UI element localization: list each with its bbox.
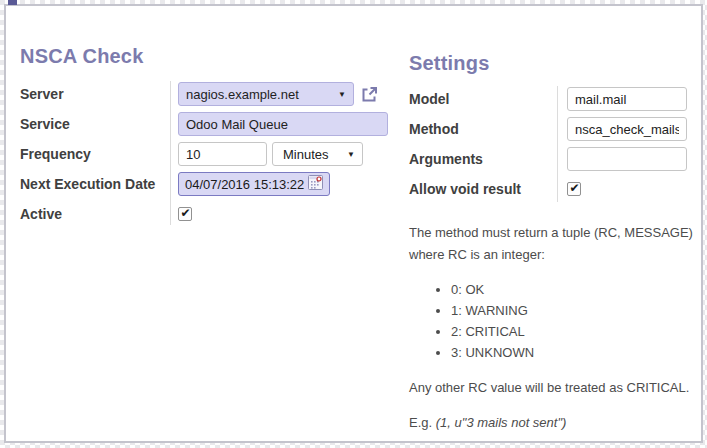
server-row: Server nagios.example.net ▼: [20, 79, 392, 109]
next-execution-row: Next Execution Date 04/07/2016 15:13:22: [20, 169, 392, 199]
model-label: Model: [409, 91, 557, 107]
external-link-icon[interactable]: [360, 85, 379, 104]
rc-list: 0: OK 1: WARNING 2: CRITICAL 3: UNKNOWN: [409, 279, 697, 363]
server-value: nagios.example.net: [186, 87, 299, 102]
next-execution-date-input[interactable]: 04/07/2016 15:13:22: [178, 172, 330, 196]
active-row: Active ✔: [20, 199, 392, 229]
server-select[interactable]: nagios.example.net ▼: [178, 82, 354, 106]
settings-fields: Model Method Arguments Allow void result…: [409, 84, 697, 204]
label-field-divider: [170, 81, 171, 225]
help-other: Any other RC value will be treated as CR…: [409, 377, 697, 399]
method-input[interactable]: [567, 117, 687, 141]
nsca-check-fields: Server nagios.example.net ▼ Service: [20, 79, 392, 229]
frequency-unit-value: Minutes: [283, 147, 329, 162]
next-execution-label: Next Execution Date: [20, 176, 170, 192]
settings-section: Settings Model Method Arguments Allow vo…: [409, 52, 697, 447]
method-label: Method: [409, 121, 557, 137]
frequency-label: Frequency: [20, 146, 170, 162]
chevron-down-icon: ▼: [347, 150, 355, 159]
frequency-unit-select[interactable]: Minutes ▼: [272, 142, 363, 166]
method-row: Method: [409, 114, 697, 144]
label-field-divider: [557, 86, 558, 202]
model-row: Model: [409, 84, 697, 114]
method-help-text: The method must return a tuple (RC, MESS…: [409, 222, 697, 434]
service-row: Service: [20, 109, 392, 139]
check-icon: ✔: [180, 207, 190, 219]
allow-void-label: Allow void result: [409, 181, 557, 197]
arguments-label: Arguments: [409, 151, 557, 167]
window-corner-fragment: [8, 0, 17, 5]
rc-item: 1: WARNING: [451, 300, 697, 321]
next-execution-date-value: 04/07/2016 15:13:22: [185, 177, 304, 192]
allow-void-checkbox[interactable]: ✔: [567, 182, 581, 196]
calendar-icon[interactable]: [308, 175, 323, 193]
service-input[interactable]: [178, 112, 388, 136]
active-label: Active: [20, 206, 170, 222]
service-label: Service: [20, 116, 170, 132]
model-input[interactable]: [567, 87, 687, 111]
active-checkbox[interactable]: ✔: [178, 207, 192, 221]
rc-item: 0: OK: [451, 279, 697, 300]
chevron-down-icon: ▼: [332, 90, 346, 99]
rc-item: 2: CRITICAL: [451, 321, 697, 342]
example-prefix: E.g.: [409, 415, 436, 430]
server-label: Server: [20, 86, 170, 102]
example-italic: (1, u"3 mails not sent"): [436, 415, 567, 430]
rc-item: 3: UNKNOWN: [451, 342, 697, 363]
nsca-check-section: NSCA Check Server nagios.example.net ▼: [20, 45, 392, 229]
frequency-input[interactable]: [178, 142, 267, 166]
nsca-check-title: NSCA Check: [20, 45, 392, 67]
help-example: E.g. (1, u"3 mails not sent"): [409, 412, 697, 434]
settings-title: Settings: [409, 52, 697, 74]
allow-void-row: Allow void result ✔: [409, 174, 697, 204]
arguments-input[interactable]: [567, 147, 687, 171]
screenshot-root: { "colors": { "accent": "#7c7bad", "requ…: [0, 0, 707, 448]
frequency-row: Frequency Minutes ▼: [20, 139, 392, 169]
check-icon: ✔: [569, 182, 579, 194]
help-intro: The method must return a tuple (RC, MESS…: [409, 222, 697, 266]
arguments-row: Arguments: [409, 144, 697, 174]
